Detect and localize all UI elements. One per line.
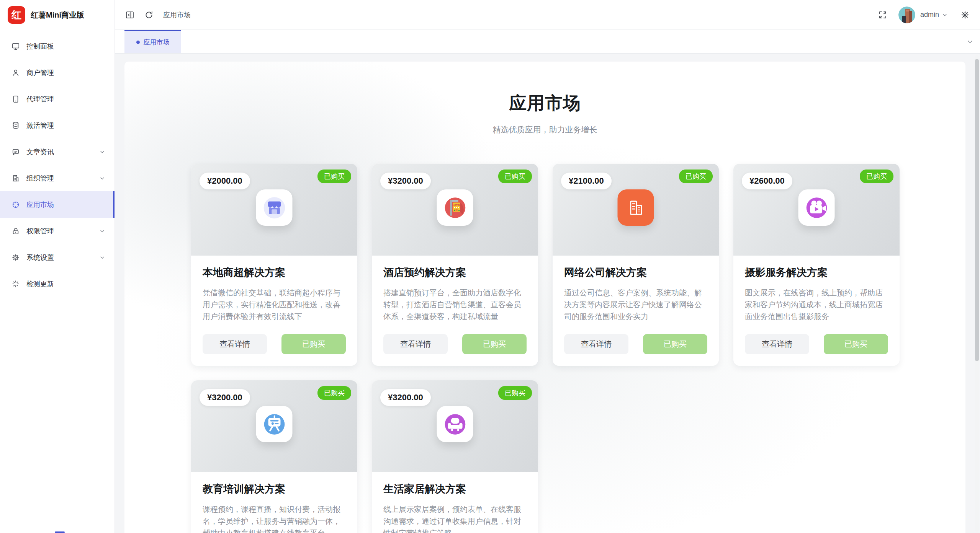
card-description: 搭建直销预订平台，全面助力酒店数字化转型，打造酒店自营销售渠道、直客会员体系，全… bbox=[383, 287, 527, 323]
card-body: 酒店预约解决方案 搭建直销预订平台，全面助力酒店数字化转型，打造酒店自营销售渠道… bbox=[372, 256, 538, 366]
sidebar-item-settings[interactable]: 系统设置 bbox=[0, 244, 115, 271]
app-card-education[interactable]: ¥3200.00 已购买 教育培训解决方案 课程预约，课程直播，知识付费，活动报… bbox=[191, 380, 357, 533]
app-card-local-supermarket[interactable]: ¥2000.00 已购买 本地商超解决方案 凭借微信的社交基础，联结商超小程序与… bbox=[191, 164, 357, 366]
tablet-icon bbox=[11, 95, 20, 103]
avatar[interactable] bbox=[898, 7, 915, 23]
breadcrumb: 应用市场 bbox=[163, 10, 191, 20]
vertical-scrollbar[interactable] bbox=[975, 55, 979, 532]
card-description: 通过公司信息、客户案例、系统功能、解决方案等内容展示让客户快速了解网络公司的服务… bbox=[564, 287, 707, 323]
chevron-down-icon bbox=[942, 12, 948, 18]
view-details-button[interactable]: 查看详情 bbox=[203, 334, 267, 354]
card-title: 网络公司解决方案 bbox=[564, 266, 707, 279]
price-badge: ¥3200.00 bbox=[200, 389, 250, 406]
card-body: 教育培训解决方案 课程预约，课程直播，知识付费，活动报名，学员维护，让服务与营销… bbox=[191, 472, 357, 533]
card-actions: 查看详情 已购买 bbox=[564, 334, 707, 354]
card-media: ¥3200.00 已购买 bbox=[191, 380, 357, 472]
svg-text:HOTEL: HOTEL bbox=[452, 203, 460, 206]
content-area: 应用市场 精选优质应用，助力业务增长 ¥2000.00 已购买 bbox=[115, 54, 980, 533]
card-title: 本地商超解决方案 bbox=[203, 266, 346, 279]
sidebar-item-label: 系统设置 bbox=[26, 253, 99, 262]
tab-label: 应用市场 bbox=[144, 38, 170, 47]
app-card-hotel-booking[interactable]: ¥3200.00 已购买 HOTEL 酒店预约解决方案 搭建直销预订平台，全面助… bbox=[372, 164, 538, 366]
status-badge: 已购买 bbox=[679, 170, 713, 183]
app-market-panel: 应用市场 精选优质应用，助力业务增长 ¥2000.00 已购买 bbox=[124, 62, 965, 533]
view-details-button[interactable]: 查看详情 bbox=[564, 334, 628, 354]
card-body: 摄影服务解决方案 图文展示，在线咨询，线上预约，帮助店家和客户节约沟通成本，线上… bbox=[733, 256, 900, 366]
sidebar-item-label: 控制面板 bbox=[26, 42, 105, 51]
top-bar: 应用市场 admin bbox=[115, 0, 980, 30]
tab-bar: 应用市场 bbox=[115, 30, 980, 54]
purchased-button[interactable]: 已购买 bbox=[281, 334, 346, 354]
price-badge: ¥2000.00 bbox=[200, 173, 250, 189]
refresh-icon[interactable] bbox=[144, 10, 154, 20]
sidebar-item-activation[interactable]: 激活管理 bbox=[0, 112, 115, 139]
monitor-icon bbox=[11, 42, 20, 51]
purchased-button[interactable]: 已购买 bbox=[824, 334, 888, 354]
sidebar-item-app-market[interactable]: 应用市场 bbox=[0, 191, 115, 218]
sidebar-item-label: 检测更新 bbox=[26, 279, 105, 289]
price-badge: ¥3200.00 bbox=[380, 389, 431, 406]
card-media: ¥3200.00 已购买 bbox=[372, 380, 538, 472]
page-title: 应用市场 bbox=[124, 91, 965, 115]
loader-icon bbox=[11, 280, 20, 288]
chevron-down-icon bbox=[99, 175, 105, 181]
card-actions: 查看详情 已购买 bbox=[203, 334, 346, 354]
database-icon bbox=[11, 121, 20, 130]
status-badge: 已购买 bbox=[498, 170, 532, 183]
settings-gear-icon[interactable] bbox=[960, 10, 970, 20]
message-icon bbox=[11, 148, 20, 156]
app-card-home-living[interactable]: ¥3200.00 已购买 生活家居解决方案 线上展示家居案例，预约表单、在线客服… bbox=[372, 380, 538, 533]
sidebar-item-agents[interactable]: 代理管理 bbox=[0, 86, 115, 112]
chevron-down-icon bbox=[99, 228, 105, 234]
user-menu[interactable]: admin bbox=[920, 11, 948, 19]
card-description: 线上展示家居案例，预约表单、在线客服沟通需求，通过订单收集用户信息，针对性制定营… bbox=[383, 504, 527, 533]
card-description: 凭借微信的社交基础，联结商超小程序与用户需求，实行精准化匹配和推送，改善用户消费… bbox=[203, 287, 346, 323]
sidebar-item-check-update[interactable]: 检测更新 bbox=[0, 271, 115, 297]
scrollbar-thumb[interactable] bbox=[975, 59, 979, 361]
sidebar-item-organization[interactable]: 组织管理 bbox=[0, 165, 115, 191]
sidebar-item-merchants[interactable]: 商户管理 bbox=[0, 59, 115, 86]
app-card-photography[interactable]: ¥2600.00 已购买 摄影服务解决方案 图文展示，在线咨询，线上预约，帮助店… bbox=[733, 164, 900, 366]
status-badge: 已购买 bbox=[317, 386, 351, 400]
brand: 红 红薯Mini商业版 bbox=[0, 0, 115, 30]
main-area: 应用市场 admin 应用市场 bbox=[115, 0, 980, 533]
brand-title: 红薯Mini商业版 bbox=[31, 10, 84, 20]
sidebar-item-articles[interactable]: 文章资讯 bbox=[0, 139, 115, 165]
card-media: ¥2600.00 已购买 bbox=[733, 164, 900, 256]
compass-icon bbox=[11, 200, 20, 209]
price-badge: ¥2100.00 bbox=[561, 173, 612, 189]
sidebar-item-permissions[interactable]: 权限管理 bbox=[0, 218, 115, 244]
hero-section: 应用市场 精选优质应用，助力业务增长 bbox=[124, 62, 965, 135]
card-body: 本地商超解决方案 凭借微信的社交基础，联结商超小程序与用户需求，实行精准化匹配和… bbox=[191, 256, 357, 366]
sidebar-item-label: 文章资讯 bbox=[26, 147, 99, 156]
card-title: 生活家居解决方案 bbox=[383, 482, 527, 496]
building-icon bbox=[11, 174, 20, 183]
tab-app-market[interactable]: 应用市场 bbox=[124, 30, 181, 53]
tab-options-chevron-icon[interactable] bbox=[966, 38, 974, 46]
card-title: 酒店预约解决方案 bbox=[383, 266, 527, 279]
tab-active-dot bbox=[136, 41, 140, 44]
view-details-button[interactable]: 查看详情 bbox=[383, 334, 448, 354]
view-details-button[interactable]: 查看详情 bbox=[745, 334, 809, 354]
page-subtitle: 精选优质应用，助力业务增长 bbox=[124, 124, 965, 135]
card-media: ¥2100.00 已购买 bbox=[553, 164, 719, 256]
sidebar-item-label: 权限管理 bbox=[26, 227, 99, 236]
collapse-sidebar-icon[interactable] bbox=[125, 10, 135, 20]
sidebar-item-label: 商户管理 bbox=[26, 68, 105, 77]
card-media: ¥3200.00 已购买 HOTEL bbox=[372, 164, 538, 256]
sidebar: 红 红薯Mini商业版 控制面板 商户管理 代理管理 bbox=[0, 0, 115, 533]
price-badge: ¥2600.00 bbox=[742, 173, 792, 189]
lock-icon bbox=[11, 227, 20, 235]
purchased-button[interactable]: 已购买 bbox=[462, 334, 527, 354]
card-body: 网络公司解决方案 通过公司信息、客户案例、系统功能、解决方案等内容展示让客户快速… bbox=[553, 256, 719, 366]
app-card-network-company[interactable]: ¥2100.00 已购买 网络公司解决方案 通过公司信息、客户案例、系统功能、解… bbox=[553, 164, 719, 366]
card-title: 摄影服务解决方案 bbox=[745, 266, 888, 279]
user-icon bbox=[11, 68, 20, 77]
sidebar-item-dashboard[interactable]: 控制面板 bbox=[0, 33, 115, 59]
sidebar-bottom-indicator bbox=[55, 531, 65, 533]
brand-logo-icon: 红 bbox=[8, 6, 25, 24]
sidebar-item-label: 组织管理 bbox=[26, 174, 99, 183]
purchased-button[interactable]: 已购买 bbox=[643, 334, 707, 354]
fullscreen-icon[interactable] bbox=[878, 10, 888, 20]
status-badge: 已购买 bbox=[498, 386, 532, 400]
